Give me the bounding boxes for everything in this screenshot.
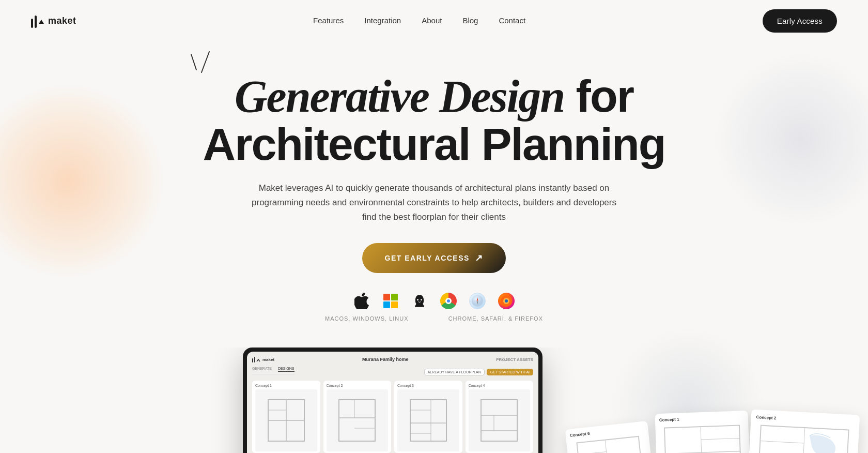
firefox-icon — [497, 292, 516, 310]
nav-link-integration[interactable]: Integration — [364, 16, 401, 25]
nav-item-integration[interactable]: Integration — [364, 16, 401, 25]
tab-designs[interactable]: DESIGNS — [278, 367, 295, 372]
tablet-screen: maket Murana Family home PROJECT ASSETS … — [247, 352, 538, 453]
nav-item-blog[interactable]: Blog — [462, 16, 478, 25]
concept-label-4: Concept 4 — [469, 384, 531, 387]
tablet-logo-text: maket — [262, 357, 274, 362]
tablet-header: maket Murana Family home PROJECT ASSETS — [252, 357, 533, 363]
svg-point-2 — [417, 299, 419, 300]
nav-link-blog[interactable]: Blog — [462, 16, 478, 25]
concept-label-2: Concept 2 — [327, 384, 389, 387]
macos-icon — [352, 292, 371, 310]
nav-item-contact[interactable]: Contact — [499, 16, 525, 25]
chrome-center — [445, 298, 452, 304]
svg-line-40 — [760, 441, 804, 443]
tablet-logo-bars — [252, 357, 260, 363]
hero-title-italic: Generative Design — [235, 71, 564, 122]
win-sq-red — [383, 294, 390, 300]
floorplan-4 — [469, 389, 531, 451]
cta-arrow-icon: ↗ — [475, 252, 484, 264]
logo[interactable]: maket — [31, 13, 76, 28]
tablet-mockup: maket Murana Family home PROJECT ASSETS … — [243, 348, 542, 453]
tab-generate[interactable]: GENERATE — [252, 367, 272, 372]
concept-card-2: Concept 2 — [323, 381, 392, 453]
concept-label-1: Concept 1 — [255, 384, 317, 387]
concept-card-4: Concept 4 — [466, 381, 534, 453]
nav-links: Features Integration About Blog Contact — [313, 16, 525, 25]
logo-text: maket — [48, 16, 76, 26]
logo-icon — [31, 13, 44, 28]
floorplan-1 — [255, 389, 317, 451]
already-have-btn[interactable]: ALREADY HAVE A FLOORPLAN — [424, 369, 485, 375]
tablet-screen-inner: maket Murana Family home PROJECT ASSETS … — [247, 352, 538, 453]
svg-point-11 — [505, 299, 508, 303]
os-labels: macOS, WINDOWS, LINUX — [325, 315, 409, 322]
tab-bar-2 — [254, 357, 255, 363]
platform-labels: macOS, WINDOWS, LINUX CHROME, SAFARI, & … — [325, 315, 543, 322]
browser-labels: CHROME, SAFARI, & FIREFOX — [448, 315, 543, 322]
logo-bar-2 — [35, 16, 37, 28]
floating-card-2: Concept 1 + Add — [655, 411, 751, 453]
float-label-2: Concept 1 — [659, 415, 744, 422]
svg-rect-20 — [410, 400, 446, 441]
hero-title: Generative Design for Architectural Plan… — [203, 72, 665, 169]
get-started-btn[interactable]: GET STARTED WITH AI — [487, 369, 533, 375]
svg-line-31 — [605, 440, 610, 453]
tablet-btn-group: ALREADY HAVE A FLOORPLAN GET STARTED WIT… — [424, 369, 533, 375]
linux-icon — [410, 292, 429, 310]
windows-icon — [381, 292, 400, 310]
hero-subtitle: Maket leverages AI to quickly generate t… — [248, 181, 620, 224]
svg-line-39 — [801, 428, 804, 453]
cta-label: GET EARLY ACCESS — [385, 254, 470, 262]
decorative-lines — [181, 47, 222, 80]
win-sq-green — [391, 294, 398, 300]
logo-bar-1 — [31, 19, 33, 28]
tab-bar-1 — [252, 358, 253, 363]
navbar: maket Features Integration About Blog Co… — [0, 0, 868, 41]
svg-line-36 — [701, 438, 740, 440]
platform-section: macOS, WINDOWS, LINUX CHROME, SAFARI, & … — [325, 292, 543, 322]
floating-card-1: Concept 6 — [565, 421, 655, 453]
mockup-section: maket Murana Family home PROJECT ASSETS … — [0, 348, 868, 453]
tab-chevron — [256, 358, 260, 363]
nav-item-about[interactable]: About — [422, 16, 442, 25]
concept-grid: Concept 1 Concept 2 — [252, 381, 533, 453]
chrome-icon — [439, 292, 458, 310]
svg-point-3 — [421, 299, 422, 300]
svg-line-1 — [191, 54, 196, 70]
concept-card-3: Concept 3 — [394, 381, 462, 453]
tablet-project-assets: PROJECT ASSETS — [496, 357, 533, 362]
nav-item-features[interactable]: Features — [313, 16, 344, 25]
floating-card-3: Concept 2 + Add — [747, 410, 860, 453]
hero-cta-button[interactable]: GET EARLY ACCESS ↗ — [362, 243, 506, 273]
svg-line-34 — [665, 451, 740, 453]
hero-section: Generative Design for Architectural Plan… — [0, 41, 868, 322]
svg-rect-16 — [339, 400, 375, 441]
nav-link-contact[interactable]: Contact — [499, 16, 525, 25]
win-sq-yellow — [391, 301, 398, 308]
hero-title-for: for — [564, 70, 633, 122]
win-sq-blue — [383, 301, 390, 308]
safari-icon — [468, 292, 487, 310]
logo-chevron — [39, 20, 44, 24]
nav-link-about[interactable]: About — [422, 16, 442, 25]
concept-card-1: Concept 1 — [252, 381, 320, 453]
nav-early-access-button[interactable]: Early Access — [763, 9, 837, 33]
tablet-logo: maket — [252, 357, 274, 363]
nav-link-features[interactable]: Features — [313, 16, 344, 25]
svg-rect-25 — [481, 400, 517, 441]
concept-label-3: Concept 3 — [397, 384, 459, 387]
svg-rect-33 — [664, 425, 741, 453]
platform-icons — [352, 292, 516, 310]
floorplan-2 — [327, 389, 389, 451]
tablet-tabs: GENERATE DESIGNS — [252, 367, 295, 374]
hero-title-line2: Architectural Planning — [203, 118, 665, 170]
floorplan-3 — [397, 389, 459, 451]
svg-rect-29 — [577, 436, 643, 453]
tablet-project-title: Murana Family home — [362, 357, 409, 362]
svg-line-0 — [202, 52, 209, 72]
